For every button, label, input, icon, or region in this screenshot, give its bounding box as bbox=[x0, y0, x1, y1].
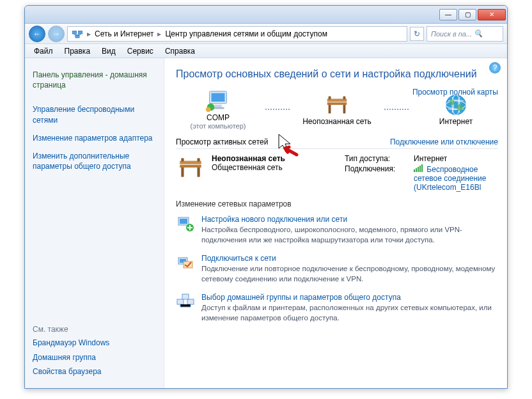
svg-point-18 bbox=[450, 100, 455, 105]
forward-button[interactable]: → bbox=[48, 26, 65, 42]
svg-rect-21 bbox=[180, 165, 201, 168]
window: — ▢ ✕ ← → ▸ Сеть и Интернет ▸ Центр упра… bbox=[24, 5, 508, 389]
task-desc: Настройка беспроводного, широкополосного… bbox=[201, 225, 498, 245]
task-title: Подключиться к сети bbox=[201, 254, 498, 263]
refresh-button[interactable]: ↻ bbox=[410, 27, 424, 41]
see-also-group: См. также Брандмауэр Windows Домашняя гр… bbox=[33, 325, 156, 380]
sidebar-firewall[interactable]: Брандмауэр Windows bbox=[33, 338, 156, 348]
body: Панель управления - домашняя страница Уп… bbox=[25, 58, 507, 388]
titlebar: — ▢ ✕ bbox=[25, 6, 507, 24]
connect-disconnect-link[interactable]: Подключение или отключение bbox=[390, 137, 498, 146]
sidebar-adapter[interactable]: Изменение параметров адаптера bbox=[33, 133, 156, 143]
svg-rect-34 bbox=[182, 294, 189, 299]
connect-network-icon bbox=[176, 254, 195, 272]
sidebar-sharing[interactable]: Изменить дополнительные параметры общего… bbox=[33, 151, 156, 171]
svg-rect-23 bbox=[197, 168, 199, 177]
network-map: Просмотр полной карты COMP (этот компьют… bbox=[176, 89, 498, 130]
search-input[interactable]: Поиск в па... 🔍 bbox=[426, 26, 503, 42]
node-computer: COMP (этот компьютер) bbox=[180, 89, 256, 130]
node-unknown: Неопознанная сеть bbox=[299, 93, 375, 126]
close-button[interactable]: ✕ bbox=[478, 9, 506, 20]
node-internet: Интернет bbox=[418, 93, 494, 126]
sidebar-homegroup[interactable]: Домашняя группа bbox=[33, 352, 156, 363]
svg-rect-11 bbox=[329, 105, 331, 113]
svg-rect-14 bbox=[343, 97, 346, 100]
address-bar: ← → ▸ Сеть и Интернет ▸ Центр управления… bbox=[25, 24, 507, 44]
menu-view[interactable]: Вид bbox=[97, 45, 121, 57]
breadcrumb-sep: ▸ bbox=[87, 29, 91, 38]
full-map-link[interactable]: Просмотр полной карты bbox=[412, 88, 498, 97]
svg-rect-5 bbox=[214, 105, 221, 107]
task-connect-network[interactable]: Подключиться к сети Подключение или повт… bbox=[176, 254, 498, 284]
task-title: Выбор домашней группы и параметров общег… bbox=[201, 293, 498, 302]
active-net-details: Тип доступа: Интернет Подключения: Беспр… bbox=[345, 154, 498, 192]
network-category-icon bbox=[72, 29, 83, 39]
section-title: Изменение сетевых параметров bbox=[176, 199, 498, 208]
svg-rect-22 bbox=[181, 168, 184, 177]
svg-point-19 bbox=[457, 104, 463, 111]
node-label: Интернет bbox=[439, 117, 473, 126]
active-net-type: Общественная сеть bbox=[212, 163, 285, 172]
svg-rect-10 bbox=[327, 102, 347, 105]
sidebar-home[interactable]: Панель управления - домашняя страница bbox=[33, 70, 156, 90]
task-desc: Подключение или повторное подключение к … bbox=[201, 264, 498, 284]
sidebar-wireless[interactable]: Управление беспроводными сетями bbox=[33, 104, 156, 125]
node-label: Неопознанная сеть bbox=[302, 117, 372, 126]
change-settings: Изменение сетевых параметров Настройка н… bbox=[176, 199, 498, 323]
section-title: Просмотр активных сетей bbox=[176, 137, 268, 146]
svg-rect-25 bbox=[197, 158, 199, 161]
computer-icon bbox=[205, 89, 231, 113]
menu-help[interactable]: Справка bbox=[160, 45, 200, 57]
bench-icon bbox=[176, 154, 205, 181]
connection-link[interactable]: Беспроводное сетевое соединение (UKrtele… bbox=[414, 164, 498, 192]
bench-icon bbox=[324, 93, 350, 117]
menu-tools[interactable]: Сервис bbox=[122, 45, 159, 57]
kv-key: Тип доступа: bbox=[345, 154, 409, 163]
content: ? Просмотр основных сведений о сети и на… bbox=[164, 58, 507, 388]
help-icon[interactable]: ? bbox=[489, 62, 501, 74]
breadcrumb-seg[interactable]: Центр управления сетями и общим доступом bbox=[165, 29, 327, 38]
sidebar-browser[interactable]: Свойства браузера bbox=[33, 366, 156, 377]
svg-point-8 bbox=[206, 107, 211, 113]
svg-rect-24 bbox=[181, 158, 184, 161]
svg-point-15 bbox=[446, 95, 466, 115]
active-network-entry: Неопознанная сеть Общественная сеть bbox=[176, 154, 336, 192]
kv-key: Подключения: bbox=[345, 164, 409, 192]
menu-file[interactable]: Файл bbox=[29, 45, 58, 57]
task-new-connection[interactable]: Настройка нового подключения или сети На… bbox=[176, 215, 498, 245]
menu-bar: Файл Правка Вид Сервис Справка bbox=[25, 44, 507, 58]
svg-rect-1 bbox=[79, 31, 82, 34]
back-button[interactable]: ← bbox=[29, 26, 45, 42]
active-net-name: Неопознанная сеть bbox=[212, 154, 285, 163]
svg-rect-32 bbox=[177, 299, 184, 304]
svg-rect-4 bbox=[212, 93, 225, 102]
see-also-head: См. также bbox=[33, 325, 156, 334]
signal-icon bbox=[414, 164, 423, 172]
homegroup-icon bbox=[176, 293, 195, 311]
svg-rect-27 bbox=[180, 219, 187, 224]
task-title: Настройка нового подключения или сети bbox=[201, 215, 498, 224]
breadcrumb[interactable]: ▸ Сеть и Интернет ▸ Центр управления сет… bbox=[67, 26, 407, 42]
maximize-button[interactable]: ▢ bbox=[458, 9, 476, 20]
breadcrumb-seg[interactable]: Сеть и Интернет bbox=[95, 29, 153, 38]
minimize-button[interactable]: — bbox=[439, 9, 457, 20]
svg-rect-12 bbox=[343, 105, 346, 113]
breadcrumb-sep: ▸ bbox=[157, 29, 161, 38]
connector bbox=[384, 109, 409, 110]
active-networks: Просмотр активных сетей Подключение или … bbox=[176, 137, 498, 192]
menu-edit[interactable]: Правка bbox=[59, 45, 96, 57]
page-title: Просмотр основных сведений о сети и наст… bbox=[176, 68, 498, 80]
node-label: COMP bbox=[207, 113, 230, 122]
node-sub: (этот компьютер) bbox=[190, 122, 246, 130]
sidebar: Панель управления - домашняя страница Уп… bbox=[25, 58, 164, 388]
connector bbox=[265, 109, 290, 110]
svg-rect-13 bbox=[329, 97, 331, 100]
task-homegroup[interactable]: Выбор домашней группы и параметров общег… bbox=[176, 293, 498, 323]
task-desc: Доступ к файлам и принтерам, расположенн… bbox=[201, 303, 498, 323]
svg-rect-33 bbox=[187, 299, 194, 304]
new-connection-icon bbox=[176, 215, 195, 233]
svg-rect-0 bbox=[73, 31, 77, 34]
svg-rect-2 bbox=[75, 35, 79, 38]
kv-val: Интернет bbox=[414, 154, 498, 163]
